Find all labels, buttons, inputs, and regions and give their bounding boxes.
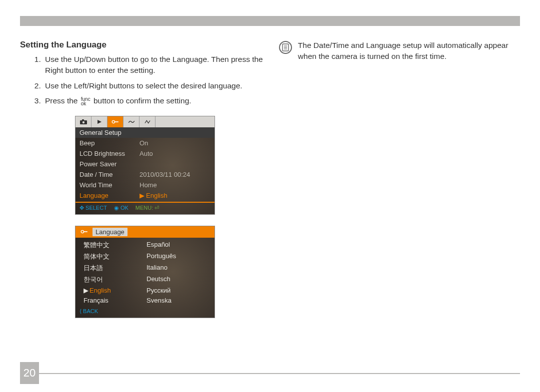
footer-menu: MENU: ⏎ <box>136 205 160 211</box>
note-block: The Date/Time and Language setup will au… <box>279 40 520 61</box>
camera-mode-tab-icon <box>76 116 92 127</box>
setup-tab-icon <box>108 116 124 127</box>
setting-value: 2010/03/11 00:24 <box>140 171 210 178</box>
svg-rect-1 <box>82 119 84 121</box>
setting-key: Date / Time <box>80 171 140 178</box>
setting-key: World Time <box>80 181 140 189</box>
svg-point-4 <box>112 120 114 123</box>
note-text: The Date/Time and Language setup will au… <box>298 40 520 61</box>
footer-select: ✥ SELECT <box>80 205 107 211</box>
footer-ok: ◉ OK <box>114 205 128 211</box>
page-number: 20 <box>20 362 39 384</box>
extra-tab-2-icon <box>140 116 156 127</box>
steps-list: Use the Up/Down button to go to the Lang… <box>20 54 266 107</box>
language-option: Español <box>146 241 210 250</box>
footer-back: ⟨ BACK <box>80 308 98 314</box>
svg-rect-5 <box>114 121 118 122</box>
lcd2-footer: ⟨ BACK <box>76 306 214 318</box>
lcd-tab-bar <box>76 116 214 127</box>
setting-value: ▶English <box>140 192 210 199</box>
language-option: Русский <box>146 287 210 294</box>
language-option: Português <box>146 252 210 261</box>
lcd1-row: Language▶English <box>76 190 214 201</box>
step-3: Press the funcok button to confirm the s… <box>43 95 266 106</box>
svg-rect-7 <box>84 232 88 233</box>
language-option: 日本語 <box>84 264 146 273</box>
svg-marker-3 <box>98 120 102 124</box>
page-content: Setting the Language Use the Up/Down but… <box>20 40 520 357</box>
setup-key-icon <box>80 229 90 234</box>
lcd-general-setup: General Setup BeepOnLCD BrightnessAutoPo… <box>75 116 215 215</box>
lcd2-title-bar: Language <box>76 226 214 238</box>
lcd1-row: LCD BrightnessAuto <box>76 148 214 159</box>
language-option: Svenska <box>146 297 210 304</box>
setting-key: Language <box>80 192 140 199</box>
setting-value: On <box>140 139 210 147</box>
lcd-language-select: Language 繁體中文Español简体中文Português日本語Ital… <box>75 226 215 318</box>
svg-point-2 <box>82 121 84 123</box>
svg-point-6 <box>81 231 84 233</box>
language-option: Deutsch <box>146 275 210 284</box>
language-grid: 繁體中文Español简体中文Português日本語Italiano한국어De… <box>76 238 214 306</box>
language-option: Français <box>84 297 146 304</box>
step-3-pre: Press the <box>45 96 80 105</box>
setting-key: Power Saver <box>80 160 140 168</box>
lcd1-footer: ✥ SELECT ◉ OK MENU: ⏎ <box>76 203 214 214</box>
language-option: ▶English <box>84 287 146 294</box>
footer-rule <box>39 373 520 374</box>
lcd1-row: Power Saver <box>76 159 214 169</box>
setting-key: Beep <box>80 139 140 147</box>
right-column: The Date/Time and Language setup will au… <box>279 40 520 357</box>
playback-tab-icon <box>92 116 108 127</box>
step-1: Use the Up/Down button to go to the Lang… <box>43 54 266 76</box>
setting-value: Auto <box>140 150 210 157</box>
lcd1-rows: BeepOnLCD BrightnessAutoPower SaverDate … <box>76 138 214 201</box>
language-option: 한국어 <box>84 275 146 284</box>
setting-value <box>140 160 210 168</box>
left-column: Setting the Language Use the Up/Down but… <box>20 40 266 357</box>
language-option: Italiano <box>146 264 210 273</box>
lcd1-row: BeepOn <box>76 138 214 148</box>
lcd1-title: General Setup <box>76 127 214 138</box>
extra-tab-1-icon <box>124 116 140 127</box>
step-2: Use the Left/Right buttons to select the… <box>43 80 266 91</box>
lcd2-title: Language <box>92 228 128 236</box>
language-option: 繁體中文 <box>84 241 146 250</box>
header-bar <box>20 16 520 26</box>
lcd1-row: Date / Time2010/03/11 00:24 <box>76 169 214 180</box>
note-icon <box>279 41 292 54</box>
step-3-post: button to confirm the setting. <box>92 96 192 105</box>
setting-value: Home <box>140 181 210 189</box>
lcd1-row: World TimeHome <box>76 180 214 190</box>
func-ok-button-label: funcok <box>81 97 90 106</box>
func-bot: ok <box>81 101 90 106</box>
section-heading: Setting the Language <box>20 40 266 50</box>
language-option: 简体中文 <box>84 252 146 261</box>
setting-key: LCD Brightness <box>80 150 140 157</box>
